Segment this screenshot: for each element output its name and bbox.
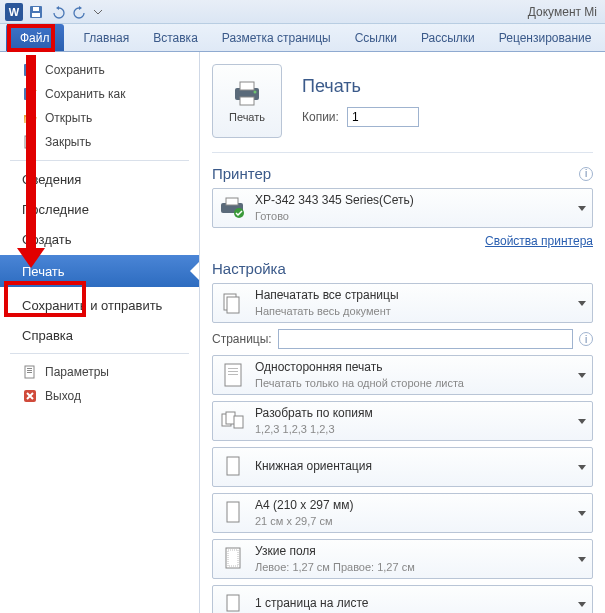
svg-rect-4 [26,71,34,75]
ribbon-tabs: Файл Главная Вставка Разметка страницы С… [0,24,605,52]
nav-info[interactable]: Сведения [0,167,199,191]
nav-separator [10,160,189,161]
printer-properties-link[interactable]: Свойства принтера [485,234,593,248]
save-icon [22,62,38,78]
pages-info-icon[interactable]: i [579,332,593,346]
qat-customize-icon[interactable] [92,2,104,22]
page-single-icon [219,361,247,389]
printer-info-icon[interactable]: i [579,167,593,181]
nav-separator [10,353,189,354]
nav-close-label: Закрыть [45,135,91,149]
svg-rect-25 [228,374,238,375]
exit-icon [22,388,38,404]
margins-icon [219,545,247,573]
nav-options[interactable]: Параметры [0,360,199,384]
printer-header: Принтер i [212,165,593,182]
svg-rect-10 [27,370,32,371]
svg-rect-15 [240,97,254,105]
sheet-icon [219,590,247,613]
word-app-icon[interactable]: W [4,2,24,22]
pages-row: Страницы: i [212,329,593,349]
tab-insert[interactable]: Вставка [141,24,210,51]
save-as-icon [22,86,38,102]
title-bar: W Документ Mi [0,0,605,24]
tab-review[interactable]: Рецензирование [487,24,604,51]
svg-rect-2 [33,7,39,11]
undo-icon[interactable] [48,2,68,22]
svg-rect-30 [227,502,239,522]
nav-print[interactable]: Печать [0,255,199,287]
tab-home[interactable]: Главная [72,24,142,51]
nav-open[interactable]: Открыть [0,106,199,130]
margins-dropdown[interactable]: Узкие поля Левое: 1,27 см Правое: 1,27 с… [212,539,593,579]
open-icon [22,110,38,126]
close-icon [22,134,38,150]
chevron-down-icon [578,602,586,607]
backstage-nav: Сохранить Сохранить как Открыть Закрыть … [0,52,200,613]
print-content: Печать Печать Копии: Принтер i XP-342 34… [200,52,605,613]
options-icon [22,364,38,380]
svg-rect-24 [228,371,238,372]
chevron-down-icon [578,419,586,424]
svg-rect-33 [227,595,239,611]
pages-input[interactable] [278,329,573,349]
nav-help[interactable]: Справка [0,323,199,347]
chevron-down-icon [578,301,586,306]
nav-save-as-label: Сохранить как [45,87,125,101]
print-button[interactable]: Печать [212,64,282,138]
page-size-icon [219,499,247,527]
tab-mailings[interactable]: Рассылки [409,24,487,51]
svg-rect-21 [227,297,239,313]
nav-exit[interactable]: Выход [0,384,199,408]
svg-rect-6 [26,95,34,99]
nav-exit-label: Выход [45,389,81,403]
chevron-down-icon [578,206,586,211]
portrait-icon [219,453,247,481]
nav-close[interactable]: Закрыть [0,130,199,154]
tab-file[interactable]: Файл [6,24,64,51]
copies-label: Копии: [302,110,339,124]
svg-rect-28 [234,416,243,428]
print-button-label: Печать [229,111,265,123]
copies-input[interactable] [347,107,419,127]
svg-rect-18 [226,198,238,205]
svg-rect-29 [227,457,239,475]
sides-dropdown[interactable]: Односторонняя печать Печатать только на … [212,355,593,395]
print-header: Печать Печать Копии: [212,64,593,153]
save-icon[interactable] [26,2,46,22]
chevron-down-icon [578,511,586,516]
nav-save-as[interactable]: Сохранить как [0,82,199,106]
svg-rect-11 [27,372,32,373]
print-title: Печать [302,76,419,97]
collate-icon [219,407,247,435]
pages-label: Страницы: [212,332,272,346]
printer-status: Готово [255,209,572,223]
nav-options-label: Параметры [45,365,109,379]
nav-save-label: Сохранить [45,63,105,77]
settings-header: Настройка [212,260,593,277]
pages-icon [219,289,247,317]
nav-recent[interactable]: Последние [0,197,199,221]
nav-open-label: Открыть [45,111,92,125]
nav-save[interactable]: Сохранить [0,58,199,82]
svg-rect-23 [228,368,238,369]
chevron-down-icon [578,373,586,378]
printer-dropdown[interactable]: XP-342 343 345 Series(Сеть) Готово [212,188,593,228]
nav-share[interactable]: Сохранить и отправить [0,293,199,317]
chevron-down-icon [578,465,586,470]
document-title: Документ Mi [528,5,601,19]
redo-icon[interactable] [70,2,90,22]
svg-point-16 [254,91,257,94]
orientation-dropdown[interactable]: Книжная ориентация [212,447,593,487]
chevron-down-icon [578,557,586,562]
print-title-block: Печать Копии: [302,76,419,127]
pages-per-sheet-dropdown[interactable]: 1 страница на листе [212,585,593,613]
tab-references[interactable]: Ссылки [343,24,409,51]
collate-dropdown[interactable]: Разобрать по копиям 1,2,3 1,2,3 1,2,3 [212,401,593,441]
paper-size-dropdown[interactable]: A4 (210 x 297 мм) 21 см x 29,7 см [212,493,593,533]
svg-rect-14 [240,82,254,90]
tab-layout[interactable]: Разметка страницы [210,24,343,51]
print-range-dropdown[interactable]: Напечатать все страницы Напечатать весь … [212,283,593,323]
nav-new[interactable]: Создать [0,227,199,251]
copies-row: Копии: [302,107,419,127]
